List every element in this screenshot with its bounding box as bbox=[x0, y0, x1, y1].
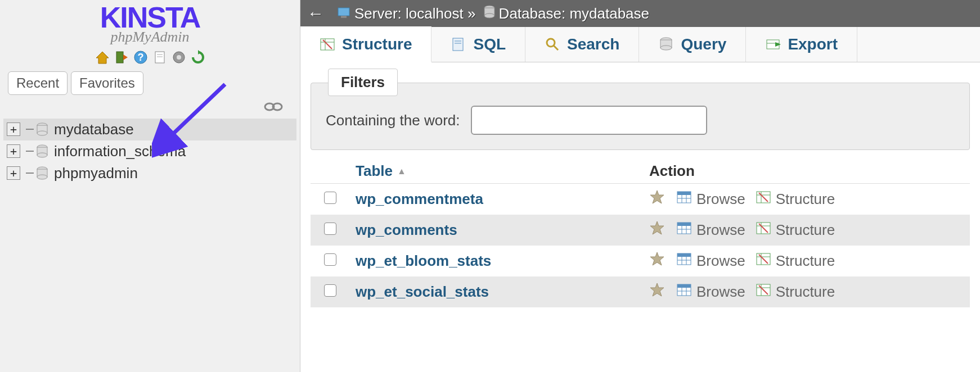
table-name-link[interactable]: wp_et_social_stats bbox=[350, 283, 649, 301]
browse-label: Browse bbox=[696, 190, 745, 208]
filter-label: Containing the word: bbox=[326, 112, 460, 129]
logout-icon[interactable] bbox=[113, 49, 130, 66]
logo-main: KINSTA bbox=[0, 4, 300, 31]
search-icon bbox=[545, 37, 560, 52]
structure-action[interactable]: Structure bbox=[756, 220, 835, 240]
row-check-cell bbox=[311, 253, 350, 269]
tab-sql[interactable]: SQL bbox=[431, 27, 525, 62]
browse-action[interactable]: Browse bbox=[676, 251, 745, 271]
browse-action[interactable]: Browse bbox=[676, 220, 745, 240]
toolbar-icons: ? bbox=[0, 49, 300, 66]
svg-rect-63 bbox=[677, 253, 691, 257]
browse-icon bbox=[676, 189, 692, 209]
structure-icon bbox=[756, 189, 771, 209]
browse-label: Browse bbox=[696, 221, 745, 239]
structure-action[interactable]: Structure bbox=[756, 282, 835, 302]
breadcrumb: ← Server: localhost » Database: mydataba… bbox=[300, 0, 980, 27]
breadcrumb-separator: » bbox=[467, 5, 475, 22]
tab-structure[interactable]: Structure bbox=[300, 26, 431, 62]
logo-sub: phpMyAdmin bbox=[0, 29, 300, 46]
table-name-link[interactable]: wp_commentmeta bbox=[350, 190, 649, 208]
tab-query[interactable]: Query bbox=[639, 27, 746, 62]
expand-icon[interactable]: + bbox=[7, 123, 20, 136]
header-table-label: Table bbox=[356, 162, 393, 180]
filter-row: Containing the word: bbox=[326, 106, 955, 135]
row-checkbox[interactable] bbox=[324, 253, 336, 266]
tree-connector bbox=[26, 129, 34, 130]
tree-item-information-schema[interactable]: + information_schema bbox=[3, 140, 296, 162]
table-name-link[interactable]: wp_comments bbox=[350, 221, 649, 239]
expand-icon[interactable]: + bbox=[7, 144, 20, 158]
logo-area: KINSTA phpMyAdmin ? bbox=[0, 4, 300, 66]
tab-search[interactable]: Search bbox=[525, 27, 639, 62]
filters-box: Filters Containing the word: bbox=[311, 83, 970, 150]
database-name[interactable]: mydatabase bbox=[569, 5, 649, 22]
filter-input[interactable] bbox=[471, 106, 707, 135]
row-check-cell bbox=[311, 192, 350, 207]
favorite-star-icon[interactable] bbox=[649, 282, 666, 302]
tree-item-mydatabase[interactable]: + mydatabase bbox=[3, 119, 296, 140]
svg-marker-70 bbox=[650, 283, 664, 296]
header-table[interactable]: Table ▲ bbox=[350, 162, 649, 180]
structure-label: Structure bbox=[776, 190, 835, 208]
favorite-star-icon[interactable] bbox=[649, 220, 666, 240]
link-icon[interactable] bbox=[264, 101, 283, 115]
svg-point-15 bbox=[37, 131, 47, 135]
browse-action[interactable]: Browse bbox=[676, 282, 745, 302]
favorites-tab[interactable]: Favorites bbox=[71, 71, 143, 95]
header-action: Action bbox=[649, 162, 970, 180]
database-tree: + mydatabase + information_schema + phpm… bbox=[0, 119, 300, 184]
tree-connector bbox=[26, 173, 34, 174]
tab-label: SQL bbox=[473, 35, 506, 53]
query-icon bbox=[658, 37, 674, 52]
svg-point-35 bbox=[547, 39, 555, 47]
expand-icon[interactable]: + bbox=[7, 166, 20, 180]
svg-rect-45 bbox=[677, 192, 691, 195]
svg-point-18 bbox=[37, 153, 47, 157]
row-check-cell bbox=[311, 223, 350, 238]
svg-point-39 bbox=[660, 46, 672, 50]
sidebar: KINSTA phpMyAdmin ? Recent Favorites + m… bbox=[0, 0, 300, 372]
row-actions: BrowseStructure bbox=[649, 220, 970, 240]
filters-legend: Filters bbox=[328, 69, 398, 96]
server-icon bbox=[336, 4, 351, 23]
table-row: wp_et_social_statsBrowseStructure bbox=[311, 276, 970, 307]
reload-icon[interactable] bbox=[190, 49, 206, 66]
back-icon[interactable]: ← bbox=[307, 4, 324, 23]
tree-item-label: mydatabase bbox=[54, 121, 134, 138]
recent-tab[interactable]: Recent bbox=[8, 71, 68, 95]
favorite-star-icon[interactable] bbox=[649, 251, 666, 271]
server-label: Server: bbox=[354, 5, 402, 22]
tab-export[interactable]: Export bbox=[746, 27, 857, 62]
database-icon bbox=[36, 123, 48, 136]
tree-item-phpmyadmin[interactable]: + phpmyadmin bbox=[3, 162, 296, 184]
docs-icon[interactable] bbox=[151, 49, 168, 66]
favorite-star-icon[interactable] bbox=[649, 189, 666, 209]
browse-action[interactable]: Browse bbox=[676, 189, 745, 209]
svg-marker-2 bbox=[123, 55, 128, 60]
structure-label: Structure bbox=[776, 283, 835, 301]
browse-icon bbox=[676, 220, 692, 240]
tab-label: Export bbox=[788, 35, 838, 53]
row-checkbox[interactable] bbox=[324, 192, 336, 204]
server-name[interactable]: localhost bbox=[406, 5, 464, 22]
row-checkbox[interactable] bbox=[324, 223, 336, 235]
settings-gear-icon[interactable] bbox=[170, 49, 187, 66]
help-icon[interactable]: ? bbox=[132, 49, 149, 66]
main-tabs: Structure SQL Search Query Export bbox=[300, 27, 980, 62]
tree-connector bbox=[26, 151, 34, 152]
structure-label: Structure bbox=[776, 221, 835, 239]
table-header-row: Table ▲ Action bbox=[311, 159, 970, 184]
structure-icon bbox=[756, 251, 771, 271]
structure-label: Structure bbox=[776, 252, 835, 270]
table-row: wp_commentsBrowseStructure bbox=[311, 215, 970, 246]
tab-label: Search bbox=[567, 35, 619, 53]
home-icon[interactable] bbox=[94, 49, 111, 66]
table-name-link[interactable]: wp_et_bloom_stats bbox=[350, 252, 649, 270]
row-checkbox[interactable] bbox=[324, 284, 336, 297]
svg-point-28 bbox=[484, 13, 495, 18]
structure-action[interactable]: Structure bbox=[756, 189, 835, 209]
browse-icon bbox=[676, 251, 692, 271]
svg-rect-5 bbox=[155, 52, 164, 63]
structure-action[interactable]: Structure bbox=[756, 251, 835, 271]
